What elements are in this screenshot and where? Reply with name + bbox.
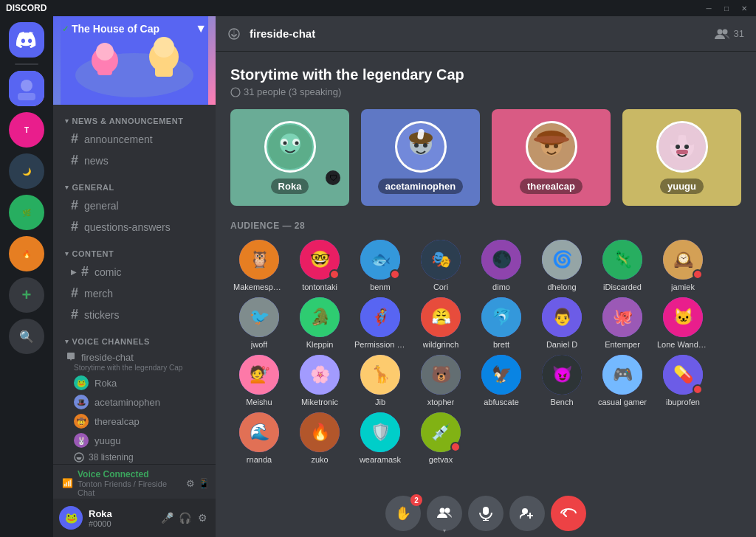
audience-member-permission-man[interactable]: 🦸Permission Man	[351, 297, 409, 349]
audience-member-xtopher[interactable]: 🐻xtopher	[412, 355, 470, 406]
app-name: DISCORD	[6, 3, 47, 13]
deafen-button[interactable]: 🎧	[177, 510, 192, 525]
audience-avatar: 🌑	[481, 240, 521, 280]
audience-member-idiscarded[interactable]: 🦎iDiscarded	[594, 240, 651, 291]
audience-avatar: 😈	[542, 355, 582, 395]
raise-hand-button[interactable]: ✋ 2	[385, 496, 421, 531]
mute-button[interactable]: 🎤	[159, 510, 174, 525]
speaker-yuugu-avatar	[656, 121, 708, 173]
audience-member-brett[interactable]: 🐬brett	[472, 297, 530, 349]
server-icon-3[interactable]: 🌿	[9, 195, 44, 230]
server-icon-2[interactable]: 🌙	[9, 153, 44, 189]
audience-member-tontontaki[interactable]: 🤓tontontaki	[291, 240, 348, 291]
server-bar: T 🌙 🌿 🔥 + 🔍	[0, 16, 53, 537]
explore-servers-button[interactable]: 🔍	[9, 319, 44, 354]
audience-member-dimo[interactable]: 🌑dimo	[472, 240, 530, 291]
audience-member-lone-wanderer[interactable]: 🐱Lone Wanderer	[654, 297, 712, 349]
phone-icon[interactable]: 📱	[198, 478, 210, 489]
speaker-roka[interactable]: Roka 🛡	[230, 109, 349, 206]
audience-avatar: 🦉	[239, 240, 279, 280]
audience-member-cori[interactable]: 🎭Cori	[412, 240, 470, 291]
audience-member-wearamask[interactable]: 🛡️wearamask	[351, 412, 409, 464]
server-divider	[15, 63, 38, 65]
invite-button[interactable]	[509, 496, 545, 531]
audience-avatar: 🛡️	[360, 412, 400, 452]
members-list-button[interactable]: ▾	[427, 496, 462, 531]
category-voice[interactable]: ▾ VOICE CHANNELS	[53, 325, 216, 349]
svg-point-47	[522, 508, 528, 514]
server-icon-1[interactable]: T	[9, 112, 44, 148]
audience-member-zuko[interactable]: 🔥zuko	[291, 412, 348, 464]
maximize-button[interactable]: □	[721, 2, 732, 14]
svg-point-15	[722, 29, 727, 34]
close-button[interactable]: ✕	[738, 2, 750, 14]
user-settings-button[interactable]: ⚙	[195, 510, 210, 525]
audience-member-name: tontontaki	[302, 283, 337, 291]
server-header[interactable]: ✓ The House of Cap ▼	[53, 16, 216, 105]
svg-rect-2	[18, 93, 35, 100]
server-icon-house-of-cap[interactable]	[9, 71, 44, 106]
voice-connected-label: Voice Connected	[78, 469, 182, 479]
voice-user-therealcap[interactable]: 🤠 therealcap	[53, 412, 216, 431]
audience-member-jamiek[interactable]: 🕰️jamiek	[654, 240, 712, 291]
channel-merch[interactable]: # merch	[59, 283, 210, 304]
channel-stickers[interactable]: # stickers	[59, 304, 210, 325]
audience-avatar: 🌸	[300, 355, 340, 395]
channel-questions-answers[interactable]: # questions-answers	[59, 216, 210, 238]
audience-member-abfuscate[interactable]: 🦅abfuscate	[472, 355, 530, 406]
svg-point-9	[154, 37, 174, 58]
audience-member-daniel-d[interactable]: 👨Daniel D	[533, 297, 591, 349]
speaker-acetaminophen[interactable]: acetaminophen	[361, 109, 480, 206]
audience-member-rnanda[interactable]: 🌊rnanda	[230, 412, 288, 464]
server-menu-icon[interactable]: ▼	[195, 22, 207, 35]
channel-comic[interactable]: ▶ # comic	[59, 261, 210, 283]
audience-member-entemper[interactable]: 🐙Entemper	[594, 297, 651, 349]
audience-member-bench[interactable]: 😈Bench	[533, 355, 591, 406]
channel-general[interactable]: # general	[59, 195, 210, 216]
server-icon-4[interactable]: 🔥	[9, 236, 44, 271]
voice-settings-icon[interactable]: ⚙	[186, 478, 195, 489]
audience-member-getvax[interactable]: 💉getvax	[412, 412, 470, 464]
sidebar: ✓ The House of Cap ▼ ▾ NEWS & ANNOUNCEME…	[53, 16, 216, 537]
status-badge	[329, 269, 340, 280]
members-button[interactable]: 31	[715, 28, 744, 40]
audience-member-jib[interactable]: 🦒Jib	[351, 355, 409, 406]
audience-member-name: Bench	[550, 398, 573, 406]
discord-home-button[interactable]	[9, 22, 44, 58]
stage-title: Storytime with the legendary Cap	[230, 66, 741, 83]
voice-user-acetaminophen[interactable]: 🎩 acetaminophen	[53, 392, 216, 412]
channel-news[interactable]: # news	[59, 150, 210, 171]
audience-member-dhelong[interactable]: 🌀dhelong	[533, 240, 591, 291]
leave-button[interactable]	[551, 496, 586, 531]
category-news[interactable]: ▾ NEWS & ANNOUNCEMENT	[53, 105, 216, 128]
audience-member-benm[interactable]: 🐟benm	[351, 240, 409, 291]
audience-member-name: abfuscate	[484, 398, 519, 406]
audience-member-meishu[interactable]: 💇Meishu	[230, 355, 288, 406]
voice-user-roka[interactable]: 🐸 Roka	[53, 373, 216, 392]
audience-member-ibuprofen[interactable]: 💊ibuprofen	[654, 355, 712, 406]
mute-button[interactable]	[468, 496, 504, 531]
audience-member-kleppin[interactable]: 🐊Kleppin	[291, 297, 348, 349]
main-header: fireside-chat 31	[216, 16, 756, 52]
audience-member-name: rnanda	[247, 455, 272, 464]
minimize-button[interactable]: ─	[703, 2, 715, 14]
voice-user-yuugu[interactable]: 🐰 yuugu	[53, 431, 216, 450]
category-general[interactable]: ▾ GENERAL	[53, 171, 216, 195]
chevron-content-icon: ▾	[65, 250, 69, 257]
audience-member-casual-gamer[interactable]: 🎮casual gamer	[594, 355, 651, 406]
channel-announcement[interactable]: # announcement	[59, 128, 210, 150]
add-server-button[interactable]: +	[9, 277, 44, 313]
speaker-therealcap[interactable]: therealcap	[492, 109, 611, 206]
speaker-yuugu[interactable]: yuugu	[622, 109, 741, 206]
category-content[interactable]: ▾ CONTENT	[53, 238, 216, 261]
audience-member-makemespeakrr[interactable]: 🦉Makemespeakrr	[230, 240, 288, 291]
voice-channel-fireside[interactable]: fireside-chat	[53, 349, 216, 365]
audience-grid: 🦉Makemespeakrr🤓tontontaki🐟benm🎭Cori🌑dimo…	[230, 240, 741, 464]
audience-member-miketronic[interactable]: 🌸Miketronic	[291, 355, 348, 406]
audience-avatar: 🐦	[239, 297, 279, 337]
audience-member-name: benm	[370, 283, 391, 291]
audience-member-jwoff[interactable]: 🐦jwoff	[230, 297, 288, 349]
audience-avatar: 🌀	[542, 240, 582, 280]
audience-member-name: dhelong	[547, 283, 576, 291]
audience-member-wildgrinch[interactable]: 😤wildgrinch	[412, 297, 470, 349]
